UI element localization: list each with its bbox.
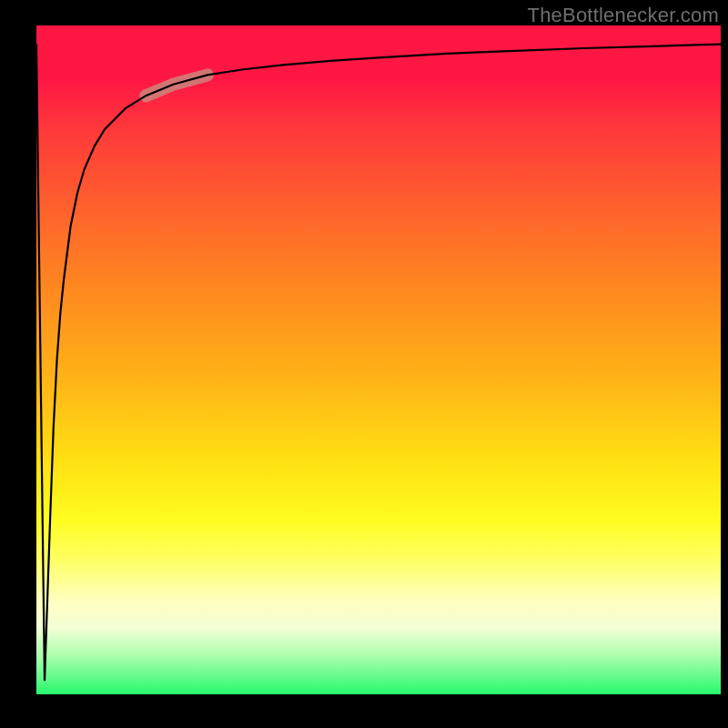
plot-area xyxy=(36,25,721,694)
bottleneck-curve xyxy=(36,45,721,682)
chart-frame: TheBottlenecker.com xyxy=(0,0,728,728)
curve-svg xyxy=(36,25,721,694)
branding-watermark: TheBottlenecker.com xyxy=(528,4,719,27)
